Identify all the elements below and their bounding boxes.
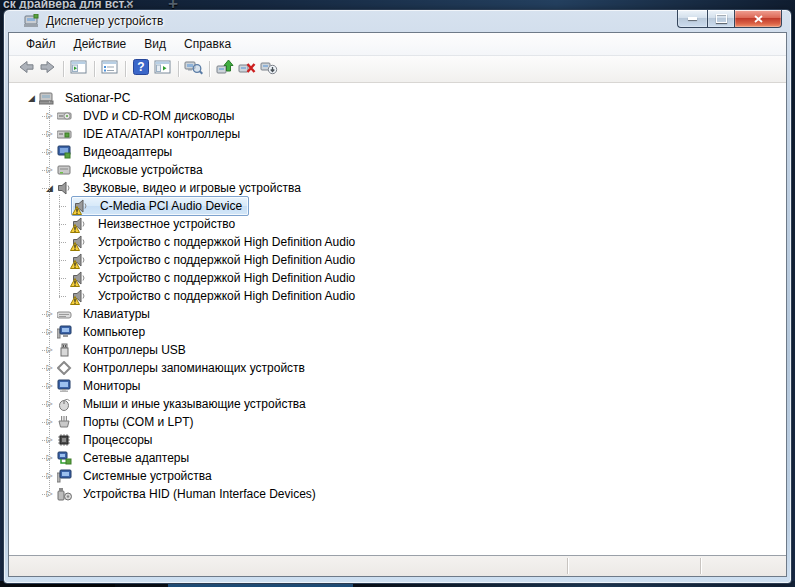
tree-item-content[interactable]: Мониторы: [56, 376, 147, 396]
scan-hardware-icon: [184, 59, 204, 79]
sound-device-icon: [72, 253, 88, 267]
tree-item[interactable]: ▷Мониторы: [9, 377, 786, 395]
tree-item-content[interactable]: Sationar-PC: [38, 88, 137, 108]
show-console-tree-button[interactable]: [68, 59, 90, 79]
tree-item-content[interactable]: Порты (COM и LPT): [56, 412, 201, 432]
disable-device-button[interactable]: [258, 59, 280, 79]
tree-item[interactable]: ▷Контроллеры USB: [9, 341, 786, 359]
disable-device-icon: [260, 59, 278, 79]
dvd-drive-icon: [57, 109, 73, 123]
storage-controller-icon: [57, 361, 73, 375]
svg-text:?: ?: [137, 60, 144, 74]
tree-item-content[interactable]: Сетевые адаптеры: [56, 448, 196, 468]
show-console-tree-icon: [70, 59, 88, 79]
computer-root-icon: [39, 91, 55, 105]
tree-item-content[interactable]: Устройство с поддержкой High Definition …: [71, 268, 362, 288]
uninstall-device-icon: [238, 59, 256, 79]
tree-item-content[interactable]: Системные устройства: [56, 466, 219, 486]
sound-device-icon: [72, 217, 88, 231]
tree-item[interactable]: ▷Процессоры: [9, 431, 786, 449]
tree-item-content[interactable]: IDE ATA/ATAPI контроллеры: [56, 124, 247, 144]
tree-item[interactable]: ▷Дисковые устройства: [9, 161, 786, 179]
tree-item-label: Сетевые адаптеры: [79, 449, 193, 467]
scan-hardware-button[interactable]: [183, 59, 205, 79]
title-bar[interactable]: Диспетчер устройств: [4, 10, 791, 32]
tree-item-content[interactable]: C-Media PCI Audio Device: [71, 196, 249, 216]
tree-item-label: Устройство с поддержкой High Definition …: [94, 251, 359, 269]
update-driver-icon: [216, 59, 234, 79]
network-adapter-icon: [57, 451, 73, 465]
close-button[interactable]: [735, 10, 782, 28]
menu-item-file[interactable]: Файл: [17, 34, 65, 54]
tree-item-label: Мыши и иные указывающие устройства: [79, 395, 310, 413]
tree-item-content[interactable]: Мыши и иные указывающие устройства: [56, 394, 313, 414]
disk-drive-icon: [57, 163, 73, 177]
tree-item-label: Устройство с поддержкой High Definition …: [94, 233, 359, 251]
tree-item[interactable]: Устройство с поддержкой High Definition …: [9, 287, 786, 305]
tree-item[interactable]: ◢Sationar-PC: [9, 89, 786, 107]
serial-port-icon: [57, 415, 73, 429]
tree-item[interactable]: ▷Контроллеры запоминающих устройств: [9, 359, 786, 377]
tree-item-label: IDE ATA/ATAPI контроллеры: [79, 125, 244, 143]
properties-button[interactable]: [99, 59, 121, 79]
toolbar: ?: [9, 56, 786, 83]
tree-item[interactable]: C-Media PCI Audio Device: [9, 197, 786, 215]
tree-item-content[interactable]: Устройство с поддержкой High Definition …: [71, 286, 362, 306]
tree-item[interactable]: Устройство с поддержкой High Definition …: [9, 251, 786, 269]
tree-item[interactable]: ▷Клавиатуры: [9, 305, 786, 323]
tree-item[interactable]: ▷Системные устройства: [9, 467, 786, 485]
properties-icon: [101, 59, 119, 79]
tree-item[interactable]: ▷Сетевые адаптеры: [9, 449, 786, 467]
tree-item-content[interactable]: Процессоры: [56, 430, 160, 450]
toolbar-separator: [63, 61, 64, 77]
tree-item[interactable]: ▷Видеоадаптеры: [9, 143, 786, 161]
update-driver-button[interactable]: [214, 59, 236, 79]
device-tree: ◢Sationar-PC▷DVD и CD-ROM дисководы▷IDE …: [9, 83, 786, 555]
tree-item-content[interactable]: Контроллеры USB: [56, 340, 193, 360]
help-button[interactable]: ?: [130, 59, 152, 79]
menu-item-view[interactable]: Вид: [135, 34, 175, 54]
uninstall-device-button[interactable]: [236, 59, 258, 79]
forward-button[interactable]: [37, 59, 59, 79]
tree-item-content[interactable]: Дисковые устройства: [56, 160, 210, 180]
tree-item-content[interactable]: Компьютер: [56, 322, 152, 342]
tree-item-content[interactable]: DVD и CD-ROM дисководы: [56, 106, 241, 126]
tree-item[interactable]: ▷Порты (COM и LPT): [9, 413, 786, 431]
menu-item-help[interactable]: Справка: [175, 34, 240, 54]
tree-item-content[interactable]: Звуковые, видео и игровые устройства: [56, 178, 308, 198]
tree-item-content[interactable]: Неизвестное устройство: [71, 214, 242, 234]
tree-item[interactable]: ▷Устройства HID (Human Interface Devices…: [9, 485, 786, 503]
tree-item[interactable]: ◢Звуковые, видео и игровые устройства: [9, 179, 786, 197]
tree-item[interactable]: ▷Компьютер: [9, 323, 786, 341]
minimize-button[interactable]: [677, 10, 707, 28]
tree-item[interactable]: Устройство с поддержкой High Definition …: [9, 269, 786, 287]
usb-icon: [57, 343, 73, 357]
tree-item[interactable]: Устройство с поддержкой High Definition …: [9, 233, 786, 251]
maximize-icon: [716, 14, 727, 23]
tree-item[interactable]: Неизвестное устройство: [9, 215, 786, 233]
tree-item-content[interactable]: Устройство с поддержкой High Definition …: [71, 232, 362, 252]
forward-icon: [39, 59, 57, 79]
tree-item-label: Контроллеры USB: [79, 341, 190, 359]
help-icon: ?: [132, 59, 150, 79]
tree-item[interactable]: ▷Мыши и иные указывающие устройства: [9, 395, 786, 413]
window-title: Диспетчер устройств: [46, 14, 163, 28]
action-pane-button[interactable]: [152, 59, 174, 79]
menu-item-action[interactable]: Действие: [65, 34, 136, 54]
tree-item-label: Порты (COM и LPT): [79, 413, 198, 431]
tree-item-content[interactable]: Устройство с поддержкой High Definition …: [71, 250, 362, 270]
tree-item[interactable]: ▷IDE ATA/ATAPI контроллеры: [9, 125, 786, 143]
device-manager-icon: [24, 14, 40, 28]
tree-item-content[interactable]: Контроллеры запоминающих устройств: [56, 358, 312, 378]
tree-item-content[interactable]: Устройства HID (Human Interface Devices): [56, 484, 323, 504]
tree-item[interactable]: ▷DVD и CD-ROM дисководы: [9, 107, 786, 125]
window-controls: [677, 10, 782, 28]
back-button[interactable]: [15, 59, 37, 79]
tree-item-label: Sationar-PC: [61, 89, 134, 107]
status-bar: [9, 555, 786, 576]
ide-controller-icon: [57, 127, 73, 141]
tree-item-content[interactable]: Видеоадаптеры: [56, 142, 179, 162]
collapse-arrow-icon[interactable]: ◢: [25, 89, 38, 107]
maximize-button[interactable]: [707, 10, 735, 28]
tree-item-content[interactable]: Клавиатуры: [56, 304, 157, 324]
